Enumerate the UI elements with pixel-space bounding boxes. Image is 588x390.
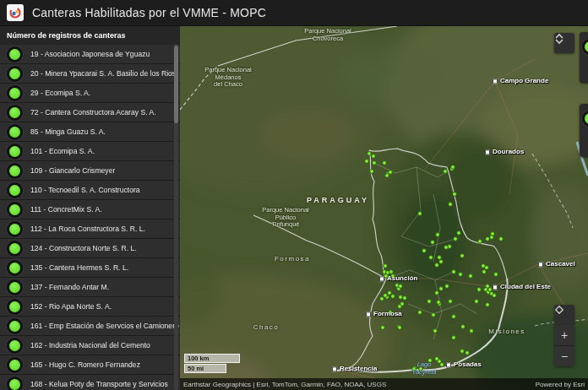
quarry-map-point[interactable]: [469, 274, 473, 279]
quarry-map-point[interactable]: [466, 351, 470, 355]
quarry-map-point[interactable]: [439, 287, 444, 291]
quarry-map-point[interactable]: [391, 295, 395, 299]
quarry-map-point[interactable]: [494, 273, 498, 277]
list-item[interactable]: 72 - Cantera Constructora Acaray S. A.: [0, 103, 180, 122]
zoom-out-button[interactable]: −: [554, 345, 574, 366]
quarry-map-point[interactable]: [368, 152, 372, 156]
quarry-map-point[interactable]: [438, 256, 442, 260]
quarry-map-point[interactable]: [427, 300, 432, 304]
quarry-map-point[interactable]: [381, 326, 385, 330]
clipped-panel[interactable]: [580, 32, 588, 83]
quarry-map-point[interactable]: [431, 241, 435, 245]
quarry-map-point[interactable]: [491, 232, 495, 236]
quarry-map-point[interactable]: [457, 231, 461, 236]
quarry-map-point[interactable]: [459, 273, 463, 277]
sidebar-scroll-thumb[interactable]: [174, 46, 178, 123]
quarry-map-point[interactable]: [435, 263, 439, 268]
list-item[interactable]: 112 - La Roca Constructora S. R. L.: [0, 219, 180, 239]
quarry-map-point[interactable]: [486, 237, 490, 241]
list-item[interactable]: 162 - Industria Nacional del Cemento: [0, 336, 180, 355]
quarry-map-point[interactable]: [445, 284, 449, 289]
quarry-map-point[interactable]: [383, 161, 387, 165]
quarry-map-point[interactable]: [478, 240, 482, 244]
quarry-map-point[interactable]: [437, 301, 441, 305]
list-item[interactable]: 85 - Minga Guazu S. A.: [0, 122, 180, 142]
quarry-map-point[interactable]: [429, 256, 433, 260]
quarry-map-point[interactable]: [422, 249, 427, 253]
quarry-map-point[interactable]: [444, 246, 449, 250]
list-item[interactable]: 20 - Minera Ypacarai S. A. Basilio de lo…: [0, 64, 180, 84]
list-item[interactable]: 29 - Ecomipa S. A.: [0, 84, 180, 103]
quarry-map-point[interactable]: [499, 237, 504, 241]
quarry-map-point[interactable]: [453, 192, 457, 197]
quarry-map-point[interactable]: [418, 311, 422, 315]
quarry-map-point[interactable]: [398, 305, 402, 309]
list-item[interactable]: 110 - Tecnoedil S. A. Constructora: [0, 181, 180, 200]
quarry-map-point[interactable]: [482, 270, 487, 274]
quarry-map-point[interactable]: [373, 161, 377, 165]
quarry-map-point[interactable]: [486, 303, 490, 307]
quarry-map-point[interactable]: [432, 313, 436, 317]
quarry-map-point[interactable]: [444, 170, 448, 174]
quarry-map-point[interactable]: [470, 329, 474, 333]
quarry-map-point[interactable]: [419, 367, 423, 371]
quarry-map-point[interactable]: [460, 349, 465, 354]
quarry-map-point[interactable]: [388, 291, 392, 295]
clipped-panel[interactable]: [580, 104, 588, 157]
list-item[interactable]: 124 - Constructora Norte S. R. L.: [0, 239, 180, 258]
quarry-map-point[interactable]: [452, 315, 456, 319]
quarry-map-point[interactable]: [454, 237, 458, 241]
list-item[interactable]: 137 - Fernando Antar M.: [0, 278, 180, 297]
list-item[interactable]: 111 - ConcretMix S. A.: [0, 200, 180, 219]
zoom-in-button[interactable]: +: [554, 325, 574, 345]
collapse-panel-button[interactable]: [554, 33, 574, 53]
quarry-map-point[interactable]: [451, 165, 455, 170]
quarry-map-point[interactable]: [389, 311, 393, 315]
list-item[interactable]: 152 - Rio Apa Norte S. A.: [0, 297, 180, 317]
quarry-map-point[interactable]: [449, 203, 453, 207]
quarry-map-point[interactable]: [385, 174, 389, 178]
list-item[interactable]: 135 - Cantera Hermes S. R. L.: [0, 258, 180, 278]
map-canvas[interactable]: Parque NacionalChovorecaParque NacionalM…: [180, 25, 588, 390]
quarry-map-point[interactable]: [391, 274, 395, 279]
list-item[interactable]: 101 - Ecomipa S. A.: [0, 142, 180, 161]
quarry-map-point[interactable]: [412, 367, 416, 371]
quarry-map-point[interactable]: [389, 270, 394, 274]
quarry-map-point[interactable]: [403, 296, 407, 301]
quarry-map-point[interactable]: [435, 291, 439, 295]
list-item[interactable]: 165 - Hugo C. Romero Fernandez: [0, 355, 180, 375]
list-item[interactable]: 109 - Giancarlo Crismeyer: [0, 161, 180, 181]
quarry-map-point[interactable]: [384, 264, 388, 268]
quarry-map-point[interactable]: [399, 284, 403, 289]
list-item[interactable]: 168 - Kelua Poty de Transporte y Servici…: [0, 375, 180, 390]
quarry-map-point[interactable]: [372, 154, 376, 159]
quarry-map-point[interactable]: [439, 260, 444, 264]
quarry-map-point[interactable]: [435, 357, 439, 361]
quarry-map-point[interactable]: [452, 270, 456, 274]
list-item[interactable]: 161 - Emp Estación de Servcios el Camion…: [0, 317, 180, 336]
quarry-map-point[interactable]: [461, 325, 466, 329]
quarry-map-point[interactable]: [428, 359, 433, 363]
quarry-map-point[interactable]: [433, 329, 438, 333]
locate-button[interactable]: [554, 305, 574, 325]
quarry-map-point[interactable]: [449, 300, 453, 304]
quarry-map-point[interactable]: [418, 212, 422, 216]
quarry-map-point[interactable]: [475, 300, 479, 304]
quarry-map-point[interactable]: [389, 171, 393, 175]
quarry-map-point[interactable]: [488, 288, 493, 292]
quarry-map-point[interactable]: [370, 170, 374, 174]
sidebar-scrollbar[interactable]: [174, 44, 178, 390]
quarry-map-point[interactable]: [493, 294, 497, 298]
quarry-map-point[interactable]: [452, 336, 456, 340]
list-item[interactable]: 19 - Asociacion Japonesa de Yguazu: [0, 45, 180, 64]
quarry-map-point[interactable]: [460, 254, 465, 258]
quarry-map-point[interactable]: [485, 266, 489, 270]
quarry-map-point[interactable]: [384, 274, 389, 279]
quarry-map-point[interactable]: [477, 288, 482, 292]
quarry-map-point[interactable]: [365, 160, 369, 164]
quarry-map-point[interactable]: [436, 233, 440, 237]
quarry-map-point[interactable]: [380, 297, 384, 301]
quarry-map-point[interactable]: [398, 326, 402, 330]
quarry-map-point[interactable]: [399, 295, 403, 300]
quarry-map-point[interactable]: [384, 294, 388, 298]
